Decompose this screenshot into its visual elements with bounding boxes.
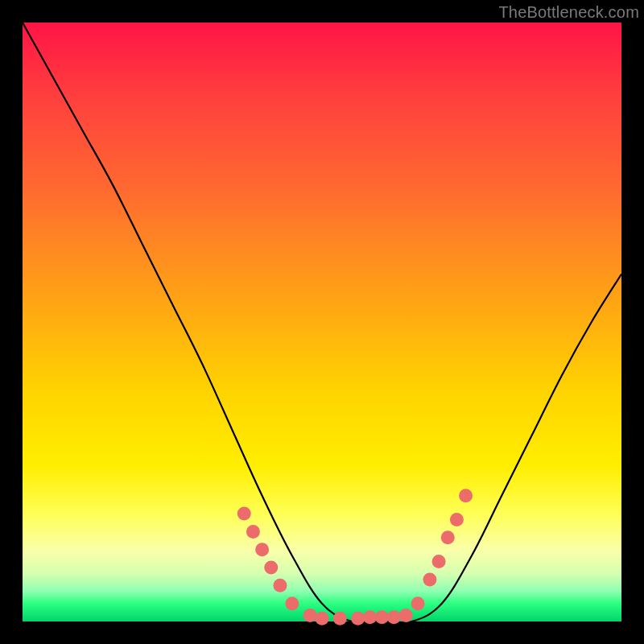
outer-frame: TheBottleneck.com — [0, 0, 644, 644]
watermark-text: TheBottleneck.com — [498, 3, 639, 22]
highlight-dot — [450, 513, 464, 526]
highlight-dot — [375, 610, 389, 624]
highlight-dot — [387, 610, 401, 624]
highlight-dot — [246, 525, 260, 539]
highlight-dot — [411, 597, 425, 610]
plot-area — [23, 23, 621, 621]
highlight-dot — [264, 561, 278, 575]
highlight-dot — [459, 489, 473, 502]
highlight-dots — [237, 489, 473, 625]
highlight-dot — [316, 612, 329, 625]
chart-svg — [23, 23, 621, 621]
highlight-dot — [237, 507, 251, 521]
highlight-dot — [351, 612, 365, 625]
highlight-dot — [432, 555, 446, 568]
highlight-dot — [273, 579, 287, 592]
bottleneck-curve — [23, 23, 621, 623]
highlight-dot — [423, 572, 436, 586]
highlight-dot — [399, 609, 413, 622]
highlight-dot — [255, 543, 269, 556]
highlight-dot — [333, 612, 347, 625]
highlight-dot — [303, 609, 317, 622]
highlight-dot — [441, 530, 455, 544]
highlight-dot — [363, 610, 377, 624]
highlight-dot — [285, 597, 299, 610]
